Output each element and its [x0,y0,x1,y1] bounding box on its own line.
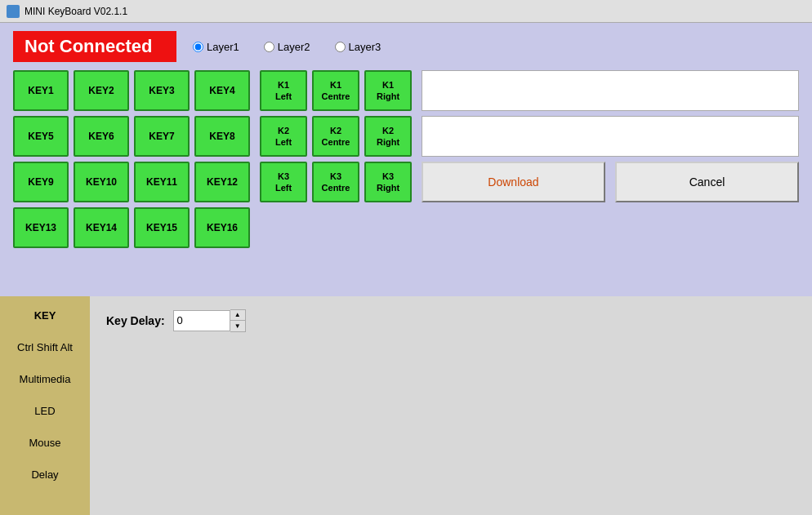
key-btn-11[interactable]: KEY11 [134,162,190,202]
sidebar-item-multimedia[interactable]: Multimedia [0,363,90,395]
key-delay-label: Key Delay: [106,314,165,327]
k1-right-btn[interactable]: K1Right [364,70,412,111]
app-title: MINI KeyBoard V02.1.1 [25,6,127,17]
k-section: K1Left K1Centre K1Right K2Left K2Centre … [260,70,412,290]
sidebar-item-led[interactable]: LED [0,395,90,427]
cancel-button[interactable]: Cancel [615,162,799,202]
layer1-label: Layer1 [207,41,239,53]
layer3-radio[interactable]: Layer3 [335,41,381,53]
download-button[interactable]: Download [422,162,605,202]
key-btn-7[interactable]: KEY7 [134,116,190,157]
key-btn-14[interactable]: KEY14 [74,207,129,248]
connection-status: Not Connected [13,31,176,62]
spinner-arrows: ▲ ▼ [230,309,246,332]
layer2-radio[interactable]: Layer2 [264,41,310,53]
key-btn-2[interactable]: KEY2 [74,70,129,111]
sidebar-item-ctrlshiftalt[interactable]: Ctrl Shift Alt [0,331,90,363]
key-delay-spinner: ▲ ▼ [173,309,246,332]
k1-left-btn[interactable]: K1Left [260,70,307,111]
key-grid: KEY1 KEY2 KEY3 KEY4 KEY5 KEY6 KEY7 KEY8 … [13,70,250,290]
sidebar-item-key[interactable]: KEY [0,300,90,331]
content-panel: Key Delay: ▲ ▼ [90,296,812,516]
bottom-section: KEY Ctrl Shift Alt Multimedia LED Mouse … [0,296,812,516]
key-delay-row: Key Delay: ▲ ▼ [106,309,796,332]
k2-left-btn[interactable]: K2Left [260,116,307,157]
key-btn-9[interactable]: KEY9 [13,162,69,202]
key-delay-input[interactable] [173,310,230,331]
k2-row: K2Left K2Centre K2Right [260,116,412,157]
config-input-1[interactable] [422,70,799,111]
action-buttons: Download Cancel [422,162,799,202]
key-btn-8[interactable]: KEY8 [194,116,250,157]
key-btn-5[interactable]: KEY5 [13,116,69,157]
app-icon [7,5,20,18]
spinner-down-btn[interactable]: ▼ [230,321,245,331]
layer2-input[interactable] [264,42,274,52]
config-section: Download Cancel [422,70,799,290]
k3-left-btn[interactable]: K3Left [260,162,307,202]
k1-row: K1Left K1Centre K1Right [260,70,412,111]
key-btn-16[interactable]: KEY16 [194,207,250,248]
k3-centre-btn[interactable]: K3Centre [312,162,359,202]
key-btn-6[interactable]: KEY6 [74,116,129,157]
key-btn-15[interactable]: KEY15 [134,207,190,248]
spinner-up-btn[interactable]: ▲ [230,310,245,321]
layer-selector: Layer1 Layer2 Layer3 [193,41,381,53]
k3-row: K3Left K3Centre K3Right [260,162,412,202]
k2-right-btn[interactable]: K2Right [364,116,412,157]
key-btn-10[interactable]: KEY10 [74,162,129,202]
key-btn-12[interactable]: KEY12 [194,162,250,202]
key-btn-1[interactable]: KEY1 [13,70,69,111]
layer3-label: Layer3 [349,41,381,53]
sidebar-item-delay[interactable]: Delay [0,459,90,491]
layer3-input[interactable] [335,42,346,52]
key-btn-4[interactable]: KEY4 [194,70,250,111]
layer2-label: Layer2 [278,41,310,53]
sidebar-item-mouse[interactable]: Mouse [0,427,90,459]
key-btn-3[interactable]: KEY3 [134,70,190,111]
k1-centre-btn[interactable]: K1Centre [312,70,359,111]
k2-centre-btn[interactable]: K2Centre [312,116,359,157]
config-input-2[interactable] [422,116,799,157]
layer1-radio[interactable]: Layer1 [193,41,239,53]
main-window: Not Connected Layer1 Layer2 Layer3 KEY1 … [0,23,812,515]
layer1-input[interactable] [193,42,203,52]
top-section: Not Connected Layer1 Layer2 Layer3 [0,23,812,67]
k3-right-btn[interactable]: K3Right [364,162,412,202]
sidebar: KEY Ctrl Shift Alt Multimedia LED Mouse … [0,296,90,516]
title-bar: MINI KeyBoard V02.1.1 [0,0,812,23]
main-area: KEY1 KEY2 KEY3 KEY4 KEY5 KEY6 KEY7 KEY8 … [0,67,812,296]
key-btn-13[interactable]: KEY13 [13,207,69,248]
